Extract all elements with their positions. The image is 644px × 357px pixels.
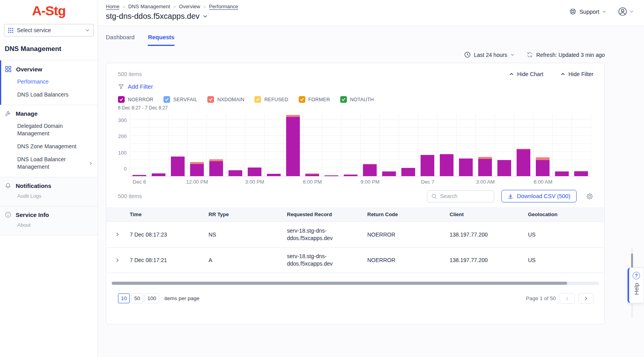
chart-bar[interactable] [555,171,569,176]
chart-bar[interactable] [382,171,396,176]
chart-bar[interactable] [401,168,415,176]
chart-bar[interactable] [171,157,185,176]
chart-bar[interactable] [305,173,319,176]
sidebar-item-about[interactable]: About [17,221,93,229]
chart-bar[interactable] [497,160,511,176]
sidebar-item-dns-load-balancer-management[interactable]: DNS Load Balancer Management [17,156,93,171]
chart-bar[interactable] [267,174,281,176]
legend-item-refused[interactable]: REFUSED [254,96,288,103]
legend-item-nxdomain[interactable]: NXDOMAIN [207,96,244,103]
chart-bar-slot[interactable] [360,114,379,176]
table-row[interactable]: serv-18.stg-dns- [106,273,604,280]
tab-dashboard[interactable]: Dashboard [106,34,134,46]
chart-bar-slot[interactable] [187,114,207,176]
breadcrumb-item[interactable]: DNS Management [128,4,170,9]
legend-checkbox[interactable] [163,96,170,103]
chart-bar[interactable] [478,157,492,176]
title-chevron-down-icon[interactable] [203,14,208,19]
legend-checkbox[interactable] [207,96,214,103]
chart-bar[interactable] [517,149,530,176]
column-header-return-code[interactable]: Return Code [367,211,450,217]
legend-checkbox[interactable] [340,96,347,103]
legend-item-former[interactable]: FORMER [299,96,330,103]
tab-requests[interactable]: Requests [148,34,174,46]
chart-bar[interactable] [344,175,357,176]
chart-bar-slot[interactable] [303,114,322,176]
chart-bar[interactable] [190,162,204,176]
chart-bar-slot[interactable] [552,114,571,176]
column-header-client[interactable]: Client [450,211,528,217]
vertical-scrollbar-thumb[interactable] [631,253,633,268]
chart-bar-slot[interactable] [475,114,495,176]
column-header-requested-record[interactable]: Requested Record [287,211,367,217]
chart-bar-slot[interactable] [226,114,245,176]
hide-chart-button[interactable]: Hide Chart [509,71,543,77]
chart-bar-slot[interactable] [283,114,303,176]
breadcrumb-item[interactable]: Home [106,4,120,9]
legend-item-notauth[interactable]: NOTAUTH [340,96,374,103]
account-menu[interactable] [617,6,634,17]
chart-bar-slot[interactable] [322,114,341,176]
sidebar-item-manage[interactable]: Manage [5,110,93,117]
download-csv-button[interactable]: Download CSV (500) [501,190,577,202]
chart-bar-slot[interactable] [514,114,533,176]
chart-bar[interactable] [286,115,300,176]
chart-bar[interactable] [209,159,223,176]
column-header-time[interactable]: Time [128,211,209,217]
chart-bar-slot[interactable] [456,114,475,176]
chart-bar-slot[interactable] [571,114,591,176]
legend-checkbox[interactable] [299,96,305,103]
chart-bar-slot[interactable] [130,114,149,176]
hide-filter-button[interactable]: Hide Filter [561,71,593,77]
chart-bar[interactable] [574,171,588,176]
chart-bar-slot[interactable] [245,114,264,176]
table-settings-button[interactable] [586,193,593,200]
chart-bar[interactable] [459,158,473,176]
column-header-rr-type[interactable]: RR Type [209,211,287,217]
chart-bar-slot[interactable] [418,114,437,176]
chart-bar[interactable] [325,175,338,176]
chart-bar-slot[interactable] [341,114,360,176]
chart-bar-slot[interactable] [533,114,552,176]
help-tab[interactable]: ? Help [628,268,644,303]
chart-bar[interactable] [229,170,242,176]
expand-row-icon[interactable] [115,258,120,263]
chart-bar-slot[interactable] [149,114,168,176]
refresh-button[interactable]: Refresh: Updated 3 min ago [526,51,605,58]
chart-bar-slot[interactable] [437,114,456,176]
legend-item-noerror[interactable]: NOERROR [118,96,153,103]
horizontal-scrollbar[interactable] [112,282,599,285]
chart-bar-slot[interactable] [399,114,418,176]
page-size-button-10[interactable]: 10 [118,293,130,303]
legend-checkbox[interactable] [254,96,261,103]
legend-item-servfail[interactable]: SERVFAIL [163,96,197,103]
chart-bar-slot[interactable] [168,114,187,176]
sidebar-item-audit-logs[interactable]: Audit Logs [17,192,93,200]
chart-bar[interactable] [363,164,377,176]
breadcrumb-item[interactable]: Performance [209,4,238,9]
chart-bar[interactable] [421,155,434,176]
expand-row-icon[interactable] [115,232,120,237]
add-filter-button[interactable]: Add Filter [118,83,604,90]
chart-bar-slot[interactable] [264,114,283,176]
table-row[interactable]: 7 Dec 08:17:23NSserv-18.stg-dns-ddos.f5x… [106,222,604,247]
table-row[interactable]: 7 Dec 08:17:21Aserv-18.stg-dns-ddos.f5xc… [106,247,604,273]
next-page-button[interactable] [579,293,593,304]
chart-bar[interactable] [536,157,550,176]
search-input[interactable] [440,193,483,199]
sidebar-item-dns-load-balancers[interactable]: DNS Load Balancers [17,91,93,98]
chart-bar-slot[interactable] [495,114,514,176]
sidebar-item-notifications[interactable]: Notifications [5,182,93,189]
page-size-button-50[interactable]: 50 [131,293,143,303]
sidebar-item-dns-zone-management[interactable]: DNS Zone Management [17,143,93,150]
horizontal-scrollbar-thumb[interactable] [112,282,567,285]
chart-bar[interactable] [152,173,165,176]
chart-bar-slot[interactable] [207,114,226,176]
sidebar-item-overview[interactable]: Overview [5,66,93,73]
breadcrumb-item[interactable]: Overview [179,4,200,9]
time-range-dropdown[interactable]: Last 24 hours [464,51,515,58]
sidebar-item-performance[interactable]: Performance [17,78,93,86]
support-menu[interactable]: Support [569,8,606,15]
select-service-dropdown[interactable]: Select service [4,24,94,36]
column-header-geolocation[interactable]: Geolocation [528,211,604,217]
